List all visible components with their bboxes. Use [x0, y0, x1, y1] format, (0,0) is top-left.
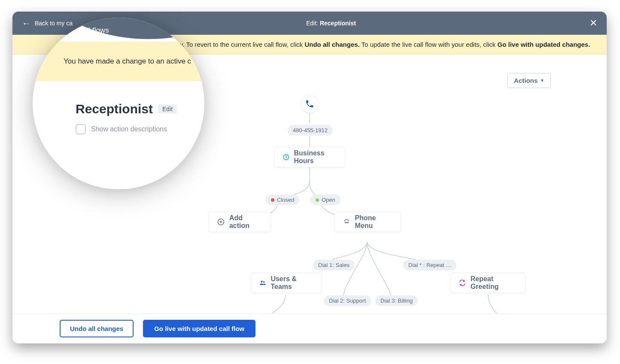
svg-point-10	[263, 281, 264, 282]
back-link[interactable]: ← Back to my ca	[22, 19, 73, 27]
go-live-button[interactable]: Go live with updated call flow	[143, 320, 255, 337]
page-title: Edit: Receptionist	[306, 20, 356, 27]
repeat-icon	[459, 279, 466, 287]
closed-chip[interactable]: Closed	[266, 194, 299, 205]
dial-star-chip[interactable]: Dial * : Repeat …	[403, 260, 456, 270]
svg-point-8	[348, 222, 349, 223]
repeat-greeting-node[interactable]: Repeat Greeting	[450, 273, 526, 293]
status-dot-open-icon	[316, 198, 319, 202]
clock-icon	[283, 153, 290, 161]
undo-all-button[interactable]: Undo all changes	[60, 320, 134, 337]
show-descriptions-checkbox[interactable]	[76, 124, 86, 134]
phone-menu-icon	[343, 218, 351, 226]
users-icon	[259, 279, 266, 287]
svg-point-9	[261, 281, 262, 282]
phone-icon	[305, 99, 314, 109]
call-start-node[interactable]	[301, 95, 319, 113]
app-window: ← Back to my ca Edit: Receptionist ✕ v. …	[12, 12, 607, 343]
add-action-node[interactable]: Add action	[209, 212, 271, 232]
zoom-notification-fragment: You have made a change to an active c	[33, 42, 204, 81]
back-label: Back to my ca	[35, 20, 73, 27]
flow-title: Receptionist	[76, 102, 153, 116]
svg-point-6	[345, 222, 346, 223]
zoom-overlay: ny call flows You have made a change to …	[33, 18, 204, 189]
business-hours-node[interactable]: Business Hours	[274, 147, 345, 167]
users-teams-node[interactable]: Users & Teams	[251, 273, 322, 293]
phone-number-chip[interactable]: 480-455-1912	[288, 125, 333, 136]
open-chip[interactable]: Open	[310, 194, 340, 205]
bottom-action-bar: Undo all changes Go live with updated ca…	[12, 313, 607, 343]
svg-point-7	[346, 222, 347, 223]
phone-menu-node[interactable]: Phone Menu	[334, 212, 401, 232]
show-descriptions-label: Show action descriptions	[91, 125, 167, 133]
edit-title-button[interactable]: Edit	[158, 104, 177, 114]
close-button[interactable]: ✕	[590, 18, 597, 28]
status-dot-closed-icon	[271, 198, 274, 202]
dial3-billing-chip[interactable]: Dial 3: Billing	[375, 295, 418, 306]
dial1-sales-chip[interactable]: Dial 1: Sales	[313, 260, 355, 270]
plus-circle-icon	[217, 218, 225, 226]
arrow-left-icon: ←	[22, 19, 30, 27]
dial2-support-chip[interactable]: Dial 2: Support	[324, 295, 371, 306]
